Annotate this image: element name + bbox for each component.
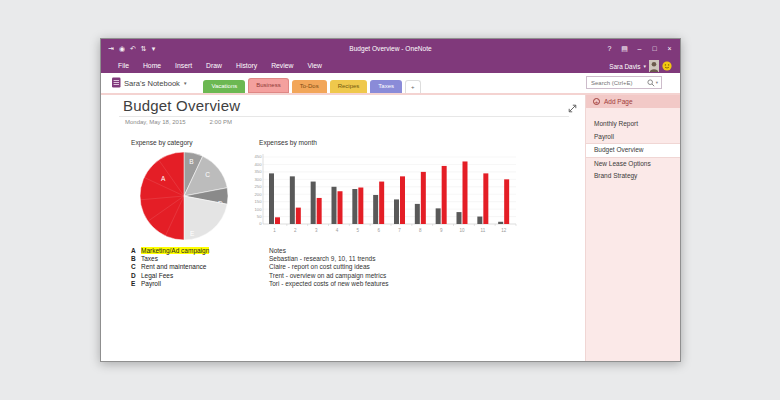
legend-key: A <box>131 247 141 254</box>
y-tick-label: 250 <box>255 184 263 189</box>
page-title[interactable]: Budget Overview <box>123 97 240 114</box>
restore-button[interactable]: □ <box>647 39 662 59</box>
bar-red-month-11[interactable] <box>483 173 488 224</box>
notes-lines: Sebastian - research 9, 10, 11 trendsCla… <box>269 255 389 263</box>
desktop-background: ⇥◉↶⇅▾ Budget Overview - OneNote ?▤–□× Fi… <box>0 0 780 400</box>
search-scope-chevron-icon[interactable]: ▾ <box>655 80 661 85</box>
legend-label: Marketing/Ad campaign <box>141 247 209 254</box>
bar-gray-month-5[interactable] <box>352 189 357 224</box>
section-tab-to-dos[interactable]: To-Dos <box>292 80 327 93</box>
x-tick-label: 10 <box>459 228 465 233</box>
x-tick-label: 6 <box>377 228 380 233</box>
add-page-label: Add Page <box>604 98 633 105</box>
page-date[interactable]: Monday, May 18, 2015 <box>125 119 186 125</box>
section-tab-vacations[interactable]: Vacations <box>203 80 245 93</box>
notebook-bar: Sara's Notebook ▼ VacationsBusinessTo-Do… <box>101 73 680 95</box>
note-line: Trent - overview on ad campaign metrics <box>269 272 389 280</box>
legend-label: Taxes <box>141 255 158 262</box>
minimize-button[interactable]: – <box>632 39 647 59</box>
quick-access-toolbar: ⇥◉↶⇅▾ <box>101 45 155 53</box>
add-page-button[interactable]: + Add Page <box>586 95 680 108</box>
y-tick-label: 150 <box>255 199 263 204</box>
bar-gray-month-9[interactable] <box>436 208 441 224</box>
legend-key: B <box>131 255 141 262</box>
bar-gray-month-12[interactable] <box>498 222 503 224</box>
page-item-payroll[interactable]: Payroll <box>586 131 680 144</box>
page-item-brand-strategy[interactable]: Brand Strategy <box>586 170 680 183</box>
bar-red-month-10[interactable] <box>463 161 468 224</box>
bar-gray-month-8[interactable] <box>415 204 420 224</box>
undo-icon[interactable]: ↶ <box>130 45 136 53</box>
menu-tab-history[interactable]: History <box>229 59 264 73</box>
bar-red-month-7[interactable] <box>400 176 405 224</box>
page-item-budget-overview[interactable]: Budget Overview <box>586 143 680 158</box>
bar-gray-month-4[interactable] <box>332 187 337 224</box>
page-list: Monthly ReportPayrollBudget OverviewNew … <box>586 118 680 183</box>
customize-qat-chevron-icon[interactable]: ▾ <box>152 45 156 53</box>
search-input[interactable] <box>587 80 647 86</box>
bar-red-month-12[interactable] <box>504 179 509 224</box>
notes-title: Notes <box>269 247 389 255</box>
bar-red-month-9[interactable] <box>442 166 447 224</box>
section-tab-taxes[interactable]: Taxes <box>370 80 402 93</box>
menu-tab-file[interactable]: File <box>111 59 136 73</box>
notebook-switcher[interactable]: Sara's Notebook ▼ <box>111 73 187 93</box>
search-icon[interactable] <box>647 79 655 87</box>
section-tab-recipes[interactable]: Recipes <box>330 80 368 93</box>
x-tick-label: 4 <box>336 228 339 233</box>
bar-chart[interactable]: 0501001502002503003504004501234567891011… <box>253 147 521 239</box>
bar-red-month-5[interactable] <box>358 188 363 224</box>
page-item-new-lease-options[interactable]: New Lease Options <box>586 158 680 171</box>
bar-gray-month-1[interactable] <box>269 173 274 224</box>
section-tab-business[interactable]: Business <box>248 78 288 93</box>
bar-red-month-1[interactable] <box>275 217 280 224</box>
x-tick-label: 5 <box>357 228 360 233</box>
bar-gray-month-10[interactable] <box>457 212 462 224</box>
menu-tab-review[interactable]: Review <box>264 59 300 73</box>
page-canvas[interactable]: Budget Overview Monday, May 18, 2015 2:0… <box>101 95 585 361</box>
dock-to-desktop-icon[interactable]: ⇥ <box>108 45 114 53</box>
bar-red-month-6[interactable] <box>379 182 384 224</box>
menu-tab-view[interactable]: View <box>300 59 329 73</box>
bar-gray-month-3[interactable] <box>311 182 316 224</box>
y-tick-label: 450 <box>255 154 263 159</box>
page-meta: Monday, May 18, 2015 2:00 PM <box>125 119 232 125</box>
sync-notebook-icon[interactable]: ⇅ <box>141 45 147 53</box>
bar-gray-month-2[interactable] <box>290 176 295 224</box>
ribbon-tab-bar: FileHomeInsertDrawHistoryReviewView Sara… <box>101 59 680 73</box>
page-item-monthly-report[interactable]: Monthly Report <box>586 118 680 131</box>
bar-gray-month-7[interactable] <box>394 199 399 224</box>
ribbon-display-options-button[interactable]: ▤ <box>617 39 632 59</box>
expand-icon[interactable] <box>568 99 577 117</box>
pie-slice-label: A <box>161 175 166 182</box>
bar-red-month-2[interactable] <box>296 208 301 224</box>
y-tick-label: 350 <box>255 169 263 174</box>
bar-gray-month-6[interactable] <box>373 195 378 224</box>
bar-red-month-8[interactable] <box>421 172 426 224</box>
account-menu[interactable]: Sara Davis ▾ <box>609 60 675 73</box>
page-time[interactable]: 2:00 PM <box>210 119 232 125</box>
feedback-smiley-icon[interactable] <box>662 61 672 72</box>
menu-tab-home[interactable]: Home <box>136 59 168 73</box>
menu-tabs: FileHomeInsertDrawHistoryReviewView <box>111 59 329 73</box>
close-button[interactable]: × <box>662 39 677 59</box>
bar-red-month-3[interactable] <box>317 198 322 224</box>
pie-legend: AMarketing/Ad campaignBTaxesCRent and ma… <box>131 247 209 288</box>
pie-chart[interactable]: BCDEA <box>138 150 230 242</box>
bar-red-month-4[interactable] <box>338 191 343 224</box>
bar-chart-title: Expenses by month <box>259 139 317 146</box>
legend-row-e: EPayroll <box>131 280 209 288</box>
pie-slice-a[interactable] <box>140 152 184 240</box>
bar-gray-month-11[interactable] <box>477 217 482 224</box>
back-icon[interactable]: ◉ <box>119 45 125 53</box>
onenote-window: ⇥◉↶⇅▾ Budget Overview - OneNote ?▤–□× Fi… <box>100 38 681 362</box>
x-tick-label: 2 <box>294 228 297 233</box>
section-tab-add[interactable]: + <box>405 80 421 93</box>
x-tick-label: 1 <box>273 228 276 233</box>
window-controls: ?▤–□× <box>602 39 680 59</box>
menu-tab-insert[interactable]: Insert <box>168 59 199 73</box>
help-button[interactable]: ? <box>602 39 617 59</box>
note-line: Claire - report on cost cutting ideas <box>269 263 389 271</box>
pie-chart-title: Expense by category <box>131 139 193 146</box>
menu-tab-draw[interactable]: Draw <box>199 59 229 73</box>
